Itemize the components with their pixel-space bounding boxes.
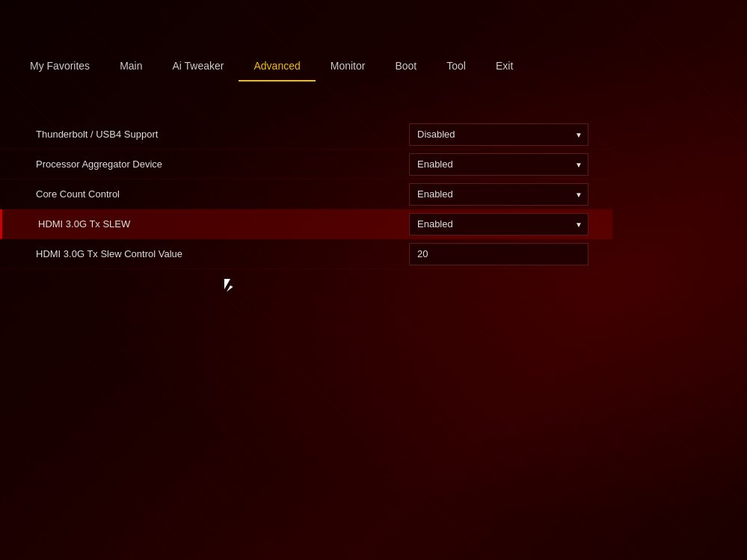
hdmi-value-control[interactable] bbox=[409, 243, 588, 265]
core-count-select[interactable]: Disabled Enabled bbox=[409, 183, 588, 206]
hdmi-slew-select[interactable]: Disabled Enabled bbox=[409, 213, 588, 236]
hdmi-slew-label: HDMI 3.0G Tx SLEW bbox=[38, 218, 409, 230]
hdmi-value-input[interactable] bbox=[409, 243, 588, 265]
nav-main[interactable]: Main bbox=[105, 50, 157, 81]
processor-select[interactable]: Disabled Enabled bbox=[409, 153, 588, 176]
nav-boot[interactable]: Boot bbox=[380, 50, 431, 81]
nav-tool[interactable]: Tool bbox=[431, 50, 481, 81]
setting-row-processor: Processor Aggregator Device Disabled Ena… bbox=[0, 150, 612, 179]
thunderbolt-control[interactable]: Disabled Enabled ▼ bbox=[409, 123, 588, 146]
setting-row-thunderbolt: Thunderbolt / USB4 Support Disabled Enab… bbox=[0, 120, 612, 150]
nav-advanced[interactable]: Advanced bbox=[239, 50, 315, 81]
nav-monitor[interactable]: Monitor bbox=[316, 50, 381, 81]
thunderbolt-label: Thunderbolt / USB4 Support bbox=[36, 129, 409, 140]
processor-control[interactable]: Disabled Enabled ▼ bbox=[409, 153, 588, 176]
processor-label: Processor Aggregator Device bbox=[36, 159, 409, 170]
nav-ai-tweaker[interactable]: Ai Tweaker bbox=[157, 50, 239, 81]
nav-exit[interactable]: Exit bbox=[481, 50, 528, 81]
setting-row-hdmi-value: HDMI 3.0G Tx Slew Control Value bbox=[0, 239, 612, 269]
hdmi-slew-control[interactable]: Disabled Enabled ▼ bbox=[409, 213, 588, 236]
thunderbolt-select[interactable]: Disabled Enabled bbox=[409, 123, 588, 146]
hdmi-value-label: HDMI 3.0G Tx Slew Control Value bbox=[36, 248, 409, 259]
setting-row-core-count: Core Count Control Disabled Enabled ▼ bbox=[0, 179, 612, 209]
setting-row-hdmi-slew: HDMI 3.0G Tx SLEW Disabled Enabled ▼ bbox=[0, 209, 612, 239]
core-count-control[interactable]: Disabled Enabled ▼ bbox=[409, 183, 588, 206]
nav-my-favorites[interactable]: My Favorites bbox=[15, 50, 105, 81]
core-count-label: Core Count Control bbox=[36, 188, 409, 200]
